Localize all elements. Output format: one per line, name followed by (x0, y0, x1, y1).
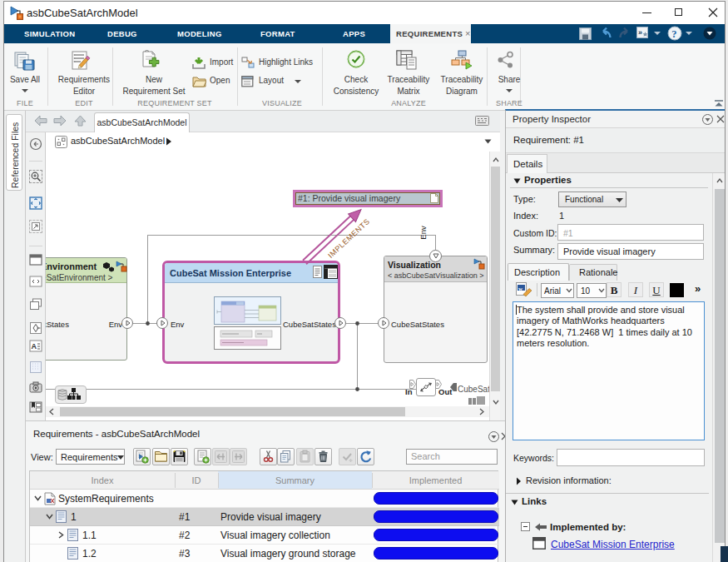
svg-text:A: A (32, 342, 37, 351)
svg-text:?: ? (671, 28, 676, 40)
svg-text:»: » (638, 28, 642, 37)
